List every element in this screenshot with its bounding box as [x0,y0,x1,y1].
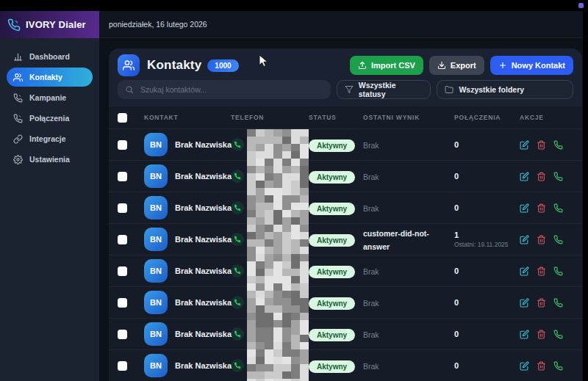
trash-icon[interactable] [537,361,546,371]
search-input[interactable] [139,84,323,95]
calls-count: 0 [454,361,520,370]
contacts-table: KONTAKT TELEFON STATUS OSTATNI WYNIK POŁ… [109,106,582,381]
select-all-checkbox[interactable] [118,113,127,123]
phone-icon[interactable] [553,235,563,244]
edit-icon[interactable] [520,203,529,213]
phone-icon[interactable] [553,172,563,181]
row-checkbox[interactable] [118,298,127,308]
phone-badge-icon [231,359,244,372]
calls-count: 0 [454,330,520,338]
top-header-bar: poniedziałek, 16 lutego 2026 [99,11,583,38]
column-polaczenia: POŁĄCZENIA [454,114,520,121]
trash-icon[interactable] [537,140,546,150]
phone-badge-icon [231,170,244,183]
folder-filter-button[interactable]: Wszystkie foldery [437,80,573,99]
search-icon [125,85,134,94]
edit-icon[interactable] [520,140,529,150]
avatar: BN [144,196,168,219]
calls-count: 1 [454,231,520,239]
status-badge: Aktywny [309,234,355,247]
last-call-date: Ostatni: 19.11.2025 [454,241,520,248]
phone-icon[interactable] [553,361,563,371]
contacts-panel: Kontakty 1000 Import CSV Export [109,48,582,381]
avatar-initials: BN [150,361,162,370]
row-checkbox[interactable] [118,266,127,276]
edit-icon[interactable] [520,266,529,276]
table-row: BN Brak Nazwiska Aktywny Brak 0 [109,161,582,192]
download-icon [437,61,446,70]
last-result: Brak [363,299,379,308]
edit-icon[interactable] [520,172,529,181]
last-result: Brak [363,173,379,181]
avatar-initials: BN [150,172,162,181]
table-row: BN Brak Nazwiska Aktywny Brak 0 [109,287,582,319]
trash-icon[interactable] [537,298,546,308]
system-tray-dot [578,3,584,8]
app-logo: IVORY Dialer [0,11,99,38]
sidebar-item-integracje[interactable]: Integracje [7,129,93,148]
avatar: BN [144,291,168,314]
edit-icon[interactable] [520,235,529,244]
sidebar-item-kampanie[interactable]: Kampanie [7,88,93,107]
contact-name: Brak Nazwiska [175,361,232,370]
trash-icon[interactable] [537,235,546,244]
row-checkbox[interactable] [118,330,127,339]
avatar-initials: BN [150,266,162,275]
export-button[interactable]: Export [429,56,484,75]
edit-icon[interactable] [520,330,529,339]
row-checkbox[interactable] [118,203,127,213]
sidebar-item-kontakty[interactable]: Kontakty [7,68,93,87]
row-checkbox[interactable] [118,172,127,181]
row-checkbox[interactable] [118,140,127,150]
contact-name: Brak Nazwiska [175,140,232,149]
trash-icon[interactable] [537,172,546,181]
trash-icon[interactable] [537,203,546,213]
edit-icon[interactable] [520,298,529,308]
last-result: Brak [363,330,379,339]
search-contacts-box[interactable] [118,80,331,99]
trash-icon[interactable] [537,266,546,276]
phone-icon[interactable] [553,330,563,339]
row-checkbox[interactable] [118,235,127,244]
contact-name: Brak Nazwiska [175,203,232,212]
column-kontakt: KONTAKT [144,114,231,121]
phone-icon[interactable] [553,266,563,276]
status-filter-button[interactable]: Wszystkie statusy [337,80,431,99]
column-telefon: TELEFON [231,114,309,121]
last-result: Brak [363,362,379,371]
column-ostatni-wynik: OSTATNI WYNIK [363,114,454,121]
calls-count: 0 [454,140,520,149]
plus-icon [498,61,507,70]
table-row: BN Brak Nazwiska Aktywny Brak 0 [109,350,582,381]
status-badge: Aktywny [309,139,355,152]
page-title: Kontakty [147,58,201,73]
calls-count: 0 [454,203,520,212]
avatar-initials: BN [150,235,162,244]
status-badge: Aktywny [309,171,355,184]
contact-name: Brak Nazwiska [175,298,232,307]
sidebar-item-ustawienia[interactable]: Ustawienia [7,150,93,169]
link-icon [13,134,23,144]
users-icon [13,73,23,82]
phone-badge-icon [231,264,244,277]
last-result: customer-did-not-answer [363,229,429,251]
column-status: STATUS [309,114,363,121]
row-checkbox[interactable] [118,361,127,371]
gear-icon [13,155,23,164]
trash-icon[interactable] [537,330,546,339]
import-csv-button[interactable]: Import CSV [350,56,423,75]
contact-name: Brak Nazwiska [175,235,232,244]
phone-badge-icon [231,327,244,341]
phone-icon[interactable] [553,298,563,308]
contacts-count-badge: 1000 [207,59,238,72]
sidebar-item-dashboard[interactable]: Dashboard [7,47,93,66]
sidebar-item-polaczenia[interactable]: Połączenia [7,109,93,128]
phone-icon[interactable] [553,203,563,213]
new-contact-button[interactable]: Nowy Kontakt [490,56,573,75]
table-row: BN Brak Nazwiska Aktywny Brak 0 [109,255,582,287]
table-row: BN Brak Nazwiska Aktywny customer-did-no… [109,224,582,255]
phone-icon[interactable] [553,140,563,150]
avatar: BN [144,228,168,251]
edit-icon[interactable] [520,361,529,371]
current-date: poniedziałek, 16 lutego 2026 [109,20,207,29]
